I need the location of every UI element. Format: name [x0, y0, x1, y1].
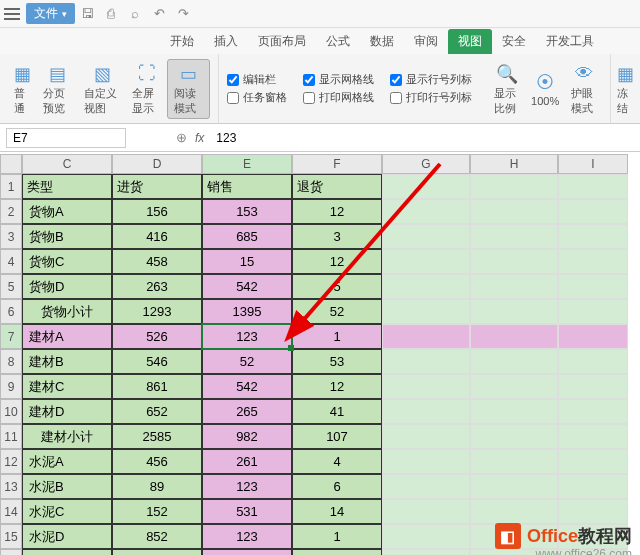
zoom-100%[interactable]: ⦿100%: [525, 69, 565, 109]
row-header-13[interactable]: 13: [0, 474, 22, 499]
cell[interactable]: [558, 424, 628, 449]
cell[interactable]: [382, 299, 470, 324]
cell[interactable]: 53: [292, 349, 382, 374]
cell[interactable]: 4: [292, 449, 382, 474]
cell[interactable]: 531: [202, 499, 292, 524]
fx-icon[interactable]: ⊕: [176, 130, 187, 145]
row-header-5[interactable]: 5: [0, 274, 22, 299]
select-all-corner[interactable]: [0, 154, 22, 174]
cell[interactable]: 861: [112, 374, 202, 399]
col-header-G[interactable]: G: [382, 154, 470, 174]
cell[interactable]: 458: [112, 249, 202, 274]
cell[interactable]: [558, 499, 628, 524]
cell[interactable]: 1549: [112, 549, 202, 555]
view-阅读模式[interactable]: ▭阅读模式: [167, 59, 210, 119]
cell[interactable]: [558, 249, 628, 274]
row-header-1[interactable]: 1: [0, 174, 22, 199]
cell[interactable]: [382, 374, 470, 399]
cell[interactable]: 52: [292, 299, 382, 324]
cell[interactable]: 12: [292, 199, 382, 224]
cell[interactable]: 107: [292, 424, 382, 449]
row-header-9[interactable]: 9: [0, 374, 22, 399]
cell[interactable]: 水泥C: [22, 499, 112, 524]
view-分页预览[interactable]: ▤分页预览: [37, 60, 78, 118]
cell[interactable]: 建材C: [22, 374, 112, 399]
cell[interactable]: [558, 324, 628, 349]
row-headers[interactable]: 12345678910111213141516: [0, 174, 22, 555]
cell[interactable]: 水泥D: [22, 524, 112, 549]
cell[interactable]: 156: [112, 199, 202, 224]
formula-value[interactable]: 123: [216, 131, 236, 145]
row-header-14[interactable]: 14: [0, 499, 22, 524]
cell[interactable]: [470, 399, 558, 424]
view-普通[interactable]: ▦普通: [8, 60, 37, 118]
cell[interactable]: 982: [202, 424, 292, 449]
cell[interactable]: 货物C: [22, 249, 112, 274]
cell[interactable]: 1395: [202, 299, 292, 324]
tab-开发工具[interactable]: 开发工具: [536, 29, 604, 54]
redo-icon[interactable]: ↷: [173, 6, 193, 21]
row-header-11[interactable]: 11: [0, 424, 22, 449]
cell[interactable]: 685: [202, 224, 292, 249]
cell[interactable]: [558, 374, 628, 399]
cell[interactable]: 1: [292, 324, 382, 349]
cell[interactable]: 542: [202, 374, 292, 399]
cell[interactable]: 123: [202, 474, 292, 499]
cell[interactable]: [558, 299, 628, 324]
cell[interactable]: [470, 224, 558, 249]
cell[interactable]: [382, 349, 470, 374]
cell[interactable]: [470, 199, 558, 224]
menu-icon[interactable]: [4, 8, 20, 20]
cell[interactable]: [558, 449, 628, 474]
cell[interactable]: [382, 449, 470, 474]
cell[interactable]: [470, 324, 558, 349]
cell[interactable]: [382, 424, 470, 449]
cell[interactable]: 2585: [112, 424, 202, 449]
cell[interactable]: [558, 174, 628, 199]
row-header-8[interactable]: 8: [0, 349, 22, 374]
check-显示行号列标[interactable]: 显示行号列标: [390, 72, 472, 87]
cell[interactable]: 水泥A: [22, 449, 112, 474]
row-header-7[interactable]: 7: [0, 324, 22, 349]
check-打印行号列标[interactable]: 打印行号列标: [390, 90, 472, 105]
cell[interactable]: 货物小计: [22, 299, 112, 324]
cell[interactable]: 货物D: [22, 274, 112, 299]
header-cell[interactable]: 进货: [112, 174, 202, 199]
cell[interactable]: 263: [112, 274, 202, 299]
view-全屏显示[interactable]: ⛶全屏显示: [126, 60, 167, 118]
tab-页面布局[interactable]: 页面布局: [248, 29, 316, 54]
cell[interactable]: [382, 399, 470, 424]
col-header-I[interactable]: I: [558, 154, 628, 174]
cell[interactable]: 水泥B: [22, 474, 112, 499]
row-header-16[interactable]: 16: [0, 549, 22, 555]
cell[interactable]: 123: [202, 324, 292, 349]
check-编辑栏[interactable]: 编辑栏: [227, 72, 287, 87]
col-header-H[interactable]: H: [470, 154, 558, 174]
tab-审阅[interactable]: 审阅: [404, 29, 448, 54]
cell[interactable]: 526: [112, 324, 202, 349]
tab-开始[interactable]: 开始: [160, 29, 204, 54]
zoom-显示比例[interactable]: 🔍显示比例: [488, 60, 525, 118]
cell[interactable]: 货物B: [22, 224, 112, 249]
header-cell[interactable]: 退货: [292, 174, 382, 199]
col-header-C[interactable]: C: [22, 154, 112, 174]
row-header-3[interactable]: 3: [0, 224, 22, 249]
cell[interactable]: [558, 274, 628, 299]
header-cell[interactable]: 销售: [202, 174, 292, 199]
cell[interactable]: [470, 474, 558, 499]
cell[interactable]: 416: [112, 224, 202, 249]
cell[interactable]: [382, 474, 470, 499]
save-icon[interactable]: 🖫: [77, 6, 97, 21]
row-header-10[interactable]: 10: [0, 399, 22, 424]
cell[interactable]: [558, 224, 628, 249]
cell[interactable]: 652: [112, 399, 202, 424]
cell[interactable]: 456: [112, 449, 202, 474]
cell[interactable]: [382, 524, 470, 549]
cell[interactable]: [470, 449, 558, 474]
cell[interactable]: 1038: [202, 549, 292, 555]
cell[interactable]: 1: [292, 524, 382, 549]
cell[interactable]: [470, 424, 558, 449]
cell[interactable]: [470, 274, 558, 299]
row-header-2[interactable]: 2: [0, 199, 22, 224]
cell[interactable]: [470, 499, 558, 524]
